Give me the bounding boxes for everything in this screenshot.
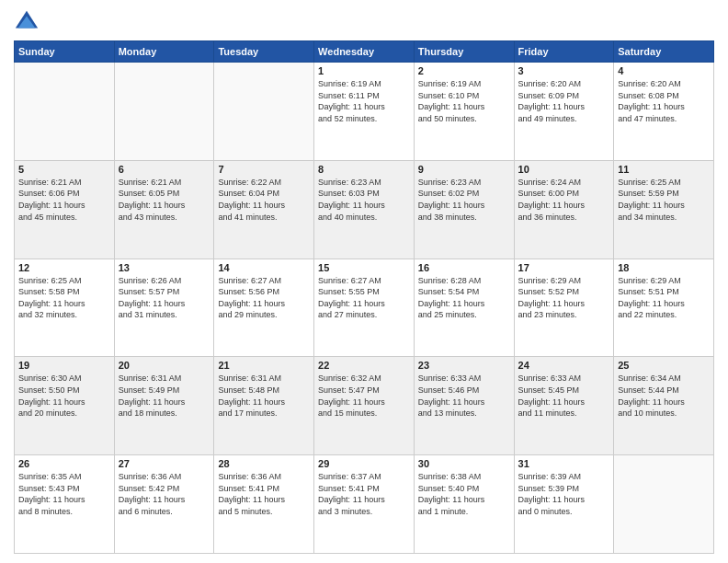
- day-number: 7: [218, 164, 310, 175]
- day-info: Sunrise: 6:21 AMSunset: 6:06 PMDaylight:…: [18, 177, 110, 223]
- calendar-cell: 29Sunrise: 6:37 AMSunset: 5:41 PMDayligh…: [314, 455, 415, 554]
- logo-icon: [14, 9, 40, 35]
- calendar-cell: 9Sunrise: 6:23 AMSunset: 6:02 PMDaylight…: [414, 160, 514, 259]
- day-number: 1: [318, 65, 410, 76]
- calendar-cell: 10Sunrise: 6:24 AMSunset: 6:00 PMDayligh…: [514, 160, 614, 259]
- day-info: Sunrise: 6:37 AMSunset: 5:41 PMDaylight:…: [318, 471, 410, 517]
- week-row-2: 5Sunrise: 6:21 AMSunset: 6:06 PMDaylight…: [15, 160, 714, 259]
- calendar-cell: 19Sunrise: 6:30 AMSunset: 5:50 PMDayligh…: [15, 357, 115, 455]
- week-row-1: 1Sunrise: 6:19 AMSunset: 6:11 PMDaylight…: [15, 63, 714, 161]
- day-number: 8: [318, 164, 410, 175]
- calendar-cell: 8Sunrise: 6:23 AMSunset: 6:03 PMDaylight…: [314, 160, 415, 259]
- calendar-cell: 28Sunrise: 6:36 AMSunset: 5:41 PMDayligh…: [214, 455, 314, 554]
- day-info: Sunrise: 6:34 AMSunset: 5:44 PMDaylight:…: [618, 373, 710, 419]
- weekday-header-tuesday: Tuesday: [214, 41, 314, 63]
- calendar-cell: 2Sunrise: 6:19 AMSunset: 6:10 PMDaylight…: [414, 63, 514, 161]
- day-info: Sunrise: 6:32 AMSunset: 5:47 PMDaylight:…: [318, 373, 410, 419]
- day-info: Sunrise: 6:29 AMSunset: 5:52 PMDaylight:…: [518, 275, 610, 321]
- day-info: Sunrise: 6:19 AMSunset: 6:10 PMDaylight:…: [418, 78, 510, 124]
- day-info: Sunrise: 6:29 AMSunset: 5:51 PMDaylight:…: [618, 275, 710, 321]
- day-info: Sunrise: 6:36 AMSunset: 5:41 PMDaylight:…: [218, 471, 310, 517]
- weekday-header-wednesday: Wednesday: [314, 41, 415, 63]
- day-info: Sunrise: 6:33 AMSunset: 5:46 PMDaylight:…: [418, 373, 510, 419]
- day-info: Sunrise: 6:30 AMSunset: 5:50 PMDaylight:…: [18, 373, 110, 419]
- calendar-cell: 15Sunrise: 6:27 AMSunset: 5:55 PMDayligh…: [314, 259, 415, 357]
- calendar-cell: 22Sunrise: 6:32 AMSunset: 5:47 PMDayligh…: [314, 357, 415, 455]
- day-number: 5: [18, 164, 110, 175]
- day-number: 20: [119, 360, 210, 371]
- day-number: 17: [518, 262, 610, 273]
- week-row-4: 19Sunrise: 6:30 AMSunset: 5:50 PMDayligh…: [15, 357, 714, 455]
- day-number: 21: [218, 360, 310, 371]
- day-info: Sunrise: 6:24 AMSunset: 6:00 PMDaylight:…: [518, 177, 610, 223]
- day-number: 14: [218, 262, 310, 273]
- calendar-cell: 31Sunrise: 6:39 AMSunset: 5:39 PMDayligh…: [514, 455, 614, 554]
- weekday-header-friday: Friday: [514, 41, 614, 63]
- calendar-cell: 7Sunrise: 6:22 AMSunset: 6:04 PMDaylight…: [214, 160, 314, 259]
- day-info: Sunrise: 6:25 AMSunset: 5:59 PMDaylight:…: [618, 177, 710, 223]
- calendar-cell: 20Sunrise: 6:31 AMSunset: 5:49 PMDayligh…: [114, 357, 214, 455]
- day-info: Sunrise: 6:20 AMSunset: 6:08 PMDaylight:…: [618, 78, 710, 124]
- calendar-cell: 26Sunrise: 6:35 AMSunset: 5:43 PMDayligh…: [15, 455, 115, 554]
- calendar-cell: 6Sunrise: 6:21 AMSunset: 6:05 PMDaylight…: [114, 160, 214, 259]
- day-number: 10: [518, 164, 610, 175]
- calendar-cell: 13Sunrise: 6:26 AMSunset: 5:57 PMDayligh…: [114, 259, 214, 357]
- day-number: 2: [418, 65, 510, 76]
- day-number: 31: [518, 458, 610, 469]
- day-info: Sunrise: 6:39 AMSunset: 5:39 PMDaylight:…: [518, 471, 610, 517]
- day-info: Sunrise: 6:28 AMSunset: 5:54 PMDaylight:…: [418, 275, 510, 321]
- day-number: 28: [218, 458, 310, 469]
- logo: [14, 9, 43, 35]
- weekday-header-monday: Monday: [114, 41, 214, 63]
- calendar-cell: 30Sunrise: 6:38 AMSunset: 5:40 PMDayligh…: [414, 455, 514, 554]
- calendar-cell: 25Sunrise: 6:34 AMSunset: 5:44 PMDayligh…: [614, 357, 714, 455]
- day-info: Sunrise: 6:26 AMSunset: 5:57 PMDaylight:…: [119, 275, 210, 321]
- calendar-cell: 4Sunrise: 6:20 AMSunset: 6:08 PMDaylight…: [614, 63, 714, 161]
- day-info: Sunrise: 6:25 AMSunset: 5:58 PMDaylight:…: [18, 275, 110, 321]
- calendar-table: SundayMondayTuesdayWednesdayThursdayFrid…: [14, 40, 714, 554]
- week-row-3: 12Sunrise: 6:25 AMSunset: 5:58 PMDayligh…: [15, 259, 714, 357]
- calendar-cell: [614, 455, 714, 554]
- week-row-5: 26Sunrise: 6:35 AMSunset: 5:43 PMDayligh…: [15, 455, 714, 554]
- day-info: Sunrise: 6:19 AMSunset: 6:11 PMDaylight:…: [318, 78, 410, 124]
- calendar-cell: [15, 63, 115, 161]
- day-number: 12: [18, 262, 110, 273]
- day-info: Sunrise: 6:27 AMSunset: 5:55 PMDaylight:…: [318, 275, 410, 321]
- calendar-cell: 1Sunrise: 6:19 AMSunset: 6:11 PMDaylight…: [314, 63, 415, 161]
- calendar-cell: 16Sunrise: 6:28 AMSunset: 5:54 PMDayligh…: [414, 259, 514, 357]
- day-info: Sunrise: 6:23 AMSunset: 6:02 PMDaylight:…: [418, 177, 510, 223]
- day-number: 26: [18, 458, 110, 469]
- day-number: 23: [418, 360, 510, 371]
- day-number: 24: [518, 360, 610, 371]
- calendar-cell: 14Sunrise: 6:27 AMSunset: 5:56 PMDayligh…: [214, 259, 314, 357]
- calendar-cell: 12Sunrise: 6:25 AMSunset: 5:58 PMDayligh…: [15, 259, 115, 357]
- day-info: Sunrise: 6:27 AMSunset: 5:56 PMDaylight:…: [218, 275, 310, 321]
- day-number: 6: [119, 164, 210, 175]
- day-number: 19: [18, 360, 110, 371]
- page: SundayMondayTuesdayWednesdayThursdayFrid…: [0, 0, 728, 563]
- calendar-cell: 27Sunrise: 6:36 AMSunset: 5:42 PMDayligh…: [114, 455, 214, 554]
- calendar-cell: 18Sunrise: 6:29 AMSunset: 5:51 PMDayligh…: [614, 259, 714, 357]
- day-number: 9: [418, 164, 510, 175]
- day-number: 18: [618, 262, 710, 273]
- day-info: Sunrise: 6:23 AMSunset: 6:03 PMDaylight:…: [318, 177, 410, 223]
- calendar-cell: [114, 63, 214, 161]
- calendar-cell: 23Sunrise: 6:33 AMSunset: 5:46 PMDayligh…: [414, 357, 514, 455]
- day-number: 3: [518, 65, 610, 76]
- day-number: 27: [119, 458, 210, 469]
- day-info: Sunrise: 6:20 AMSunset: 6:09 PMDaylight:…: [518, 78, 610, 124]
- day-info: Sunrise: 6:33 AMSunset: 5:45 PMDaylight:…: [518, 373, 610, 419]
- day-info: Sunrise: 6:31 AMSunset: 5:49 PMDaylight:…: [119, 373, 210, 419]
- day-info: Sunrise: 6:22 AMSunset: 6:04 PMDaylight:…: [218, 177, 310, 223]
- day-number: 4: [618, 65, 710, 76]
- weekday-header-row: SundayMondayTuesdayWednesdayThursdayFrid…: [15, 41, 714, 63]
- header: [14, 9, 714, 35]
- calendar-cell: 24Sunrise: 6:33 AMSunset: 5:45 PMDayligh…: [514, 357, 614, 455]
- day-info: Sunrise: 6:21 AMSunset: 6:05 PMDaylight:…: [119, 177, 210, 223]
- day-number: 16: [418, 262, 510, 273]
- day-number: 22: [318, 360, 410, 371]
- calendar-cell: 21Sunrise: 6:31 AMSunset: 5:48 PMDayligh…: [214, 357, 314, 455]
- day-number: 25: [618, 360, 710, 371]
- calendar-cell: 3Sunrise: 6:20 AMSunset: 6:09 PMDaylight…: [514, 63, 614, 161]
- calendar-cell: 17Sunrise: 6:29 AMSunset: 5:52 PMDayligh…: [514, 259, 614, 357]
